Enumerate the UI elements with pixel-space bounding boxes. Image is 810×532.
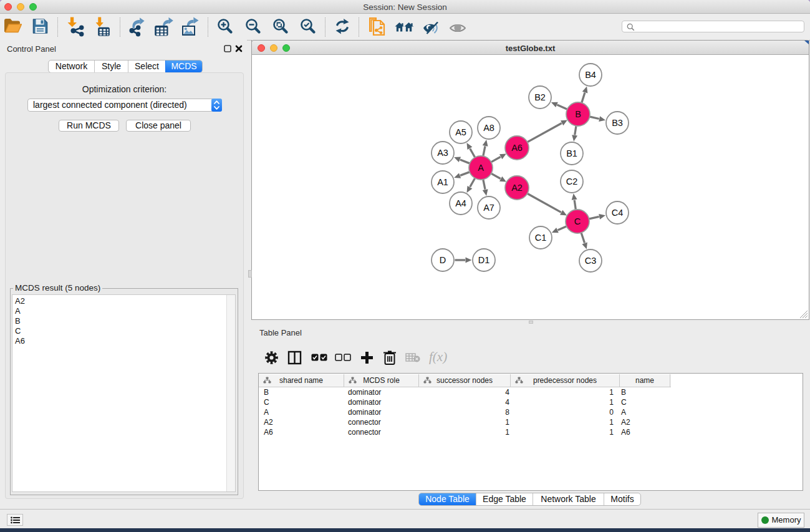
svg-text:C3: C3 bbox=[585, 256, 597, 266]
svg-text:B3: B3 bbox=[612, 118, 623, 128]
svg-text:B: B bbox=[575, 109, 581, 119]
svg-text:A8: A8 bbox=[483, 123, 494, 133]
svg-text:D: D bbox=[440, 255, 446, 265]
svg-text:D1: D1 bbox=[478, 255, 490, 265]
svg-text:C4: C4 bbox=[612, 208, 624, 218]
svg-text:C2: C2 bbox=[566, 177, 578, 186]
svg-text:A3: A3 bbox=[437, 148, 448, 158]
svg-text:B2: B2 bbox=[534, 92, 546, 102]
svg-text:A4: A4 bbox=[455, 198, 466, 208]
svg-text:A2: A2 bbox=[511, 183, 523, 193]
svg-text:A1: A1 bbox=[437, 177, 448, 187]
svg-text:A6: A6 bbox=[511, 143, 523, 153]
svg-text:A7: A7 bbox=[483, 203, 494, 213]
svg-text:B1: B1 bbox=[566, 148, 577, 158]
svg-text:C: C bbox=[574, 216, 581, 226]
svg-text:A5: A5 bbox=[455, 127, 466, 137]
svg-text:B4: B4 bbox=[585, 70, 596, 80]
svg-text:A: A bbox=[478, 163, 484, 173]
svg-text:C1: C1 bbox=[535, 233, 547, 243]
